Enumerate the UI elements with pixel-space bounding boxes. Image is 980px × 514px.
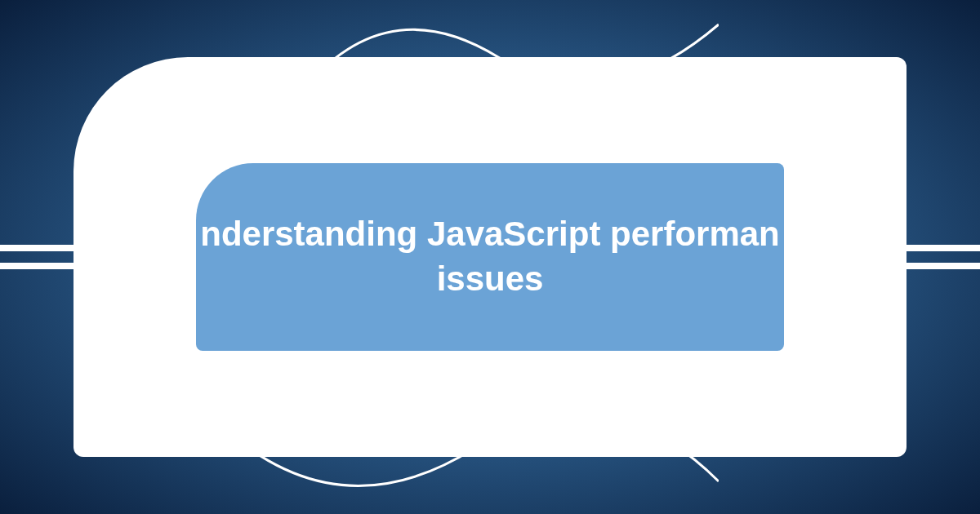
title-line-1: nderstanding JavaScript performan [200,215,780,253]
card-title: nderstanding JavaScript performan issues [200,212,780,301]
title-line-2: issues [200,257,780,302]
inner-card-shape: nderstanding JavaScript performan issues [196,163,784,351]
